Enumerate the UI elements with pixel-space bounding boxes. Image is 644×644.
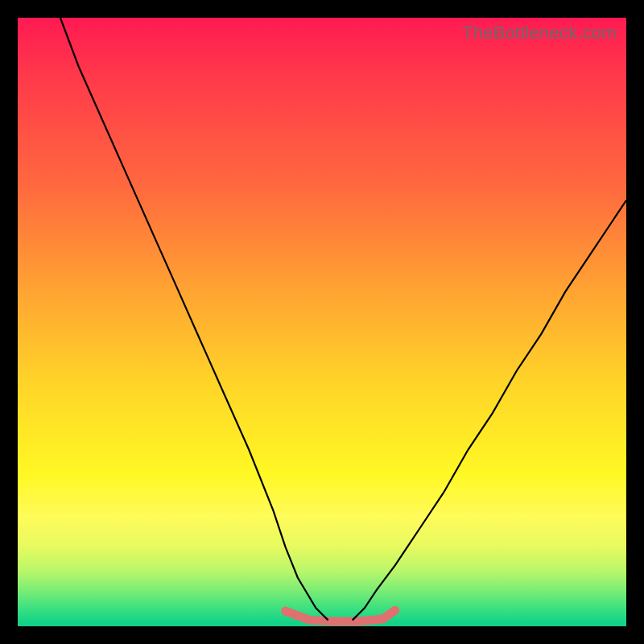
right-curve (353, 200, 626, 621)
chart-frame: TheBottleneck.com (0, 0, 644, 644)
left-curve (60, 18, 328, 620)
curve-layer (18, 18, 626, 626)
plot-area: TheBottleneck.com (18, 18, 626, 626)
floor-band (286, 610, 395, 621)
